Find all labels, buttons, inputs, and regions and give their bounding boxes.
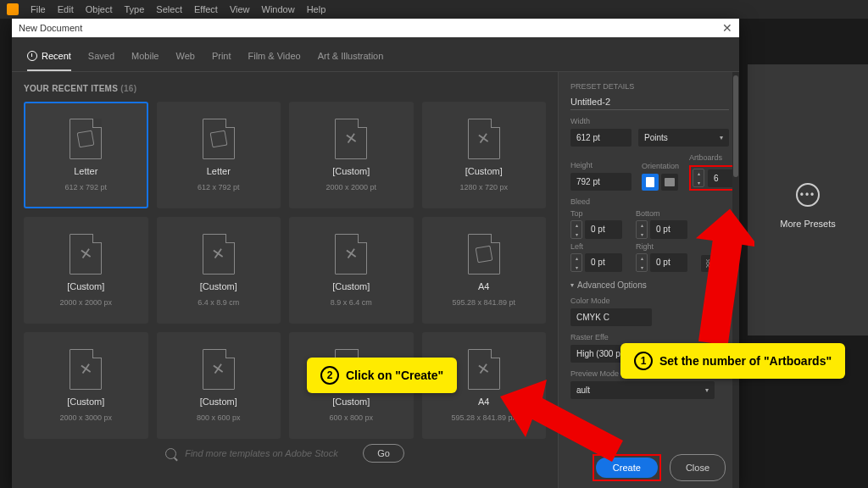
preset-thumb-icon bbox=[203, 119, 235, 159]
preset-dimensions: 600 x 800 px bbox=[329, 413, 373, 422]
artboards-stepper[interactable]: ▴▾ bbox=[693, 169, 704, 187]
preset-name: A4 bbox=[478, 396, 489, 407]
preset-name: [Custom] bbox=[67, 281, 104, 291]
app-menubar: File Edit Object Type Select Effect View… bbox=[0, 0, 868, 19]
svg-marker-3 bbox=[500, 380, 623, 462]
search-icon bbox=[165, 448, 176, 459]
orientation-portrait[interactable] bbox=[642, 174, 659, 191]
preset-thumb-icon: ✕ bbox=[468, 349, 500, 390]
preset-dimensions: 612 x 792 pt bbox=[198, 183, 240, 191]
new-document-dialog: New Document ✕ Recent Saved Mobile Web P… bbox=[12, 19, 739, 488]
bleed-right-stepper[interactable]: ▴▾ bbox=[636, 253, 648, 272]
tab-recent[interactable]: Recent bbox=[27, 46, 71, 71]
preset-dimensions: 595.28 x 841.89 pt bbox=[452, 298, 515, 307]
preset-item[interactable]: ✕ [Custom] 1280 x 720 px bbox=[422, 102, 547, 208]
preset-dimensions: 800 x 600 px bbox=[197, 413, 241, 422]
more-presets-icon[interactable]: ••• bbox=[796, 183, 820, 207]
annotation-1: 1Set the number of "Artboards" bbox=[620, 343, 845, 379]
svg-rect-1 bbox=[665, 178, 675, 186]
tab-film-video[interactable]: Film & Video bbox=[248, 46, 301, 71]
orientation-landscape[interactable] bbox=[661, 174, 678, 191]
tab-saved[interactable]: Saved bbox=[88, 46, 114, 71]
preset-item[interactable]: ✕ [Custom] 6.4 x 8.9 cm bbox=[157, 217, 281, 324]
preset-name: [Custom] bbox=[200, 396, 237, 407]
dialog-title: New Document bbox=[19, 23, 82, 33]
menu-item[interactable]: Object bbox=[86, 4, 113, 14]
height-label: Height bbox=[570, 161, 632, 169]
preset-name: A4 bbox=[478, 281, 489, 291]
arrow-1 bbox=[678, 208, 754, 347]
menu-item[interactable]: Help bbox=[307, 4, 326, 14]
preset-thumb-icon: ✕ bbox=[70, 234, 102, 274]
units-select[interactable]: Points▾ bbox=[638, 129, 729, 147]
menu-item[interactable]: Window bbox=[262, 4, 295, 14]
height-field[interactable]: 792 pt bbox=[570, 173, 632, 191]
go-button[interactable]: Go bbox=[363, 444, 404, 463]
document-name-field[interactable]: Untitled-2 bbox=[570, 94, 729, 110]
preset-name: [Custom] bbox=[200, 281, 237, 291]
tab-print[interactable]: Print bbox=[212, 46, 231, 71]
menu-item[interactable]: File bbox=[31, 4, 46, 14]
preset-item[interactable]: Letter 612 x 792 pt bbox=[24, 102, 148, 208]
tab-web[interactable]: Web bbox=[175, 46, 194, 71]
annotation-2: 2Click on "Create" bbox=[307, 358, 457, 393]
preset-name: Letter bbox=[74, 166, 97, 176]
preset-details-heading: PRESET DETAILS bbox=[570, 82, 729, 91]
menu-item[interactable]: Effect bbox=[194, 4, 218, 14]
tab-art-illustration[interactable]: Art & Illustration bbox=[318, 46, 384, 71]
preset-name: Letter bbox=[207, 166, 231, 176]
recent-heading: YOUR RECENT ITEMS (16) bbox=[24, 84, 546, 93]
preset-dimensions: 1280 x 720 px bbox=[459, 183, 508, 191]
preset-name: [Custom] bbox=[332, 166, 370, 176]
preset-item[interactable]: ✕ [Custom] 800 x 600 px bbox=[157, 332, 281, 439]
preset-dimensions: 2000 x 2000 px bbox=[59, 298, 112, 307]
menu-item[interactable]: Select bbox=[156, 4, 182, 14]
preset-item[interactable]: Letter 612 x 792 pt bbox=[157, 102, 281, 208]
menu-item[interactable]: View bbox=[230, 4, 250, 14]
preset-name: [Custom] bbox=[67, 396, 104, 407]
stock-search-input[interactable] bbox=[185, 448, 354, 458]
dialog-titlebar: New Document ✕ bbox=[12, 19, 739, 37]
preset-dimensions: 2000 x 2000 pt bbox=[326, 183, 376, 191]
preset-thumb-icon: ✕ bbox=[70, 349, 102, 390]
preset-thumb-icon: ✕ bbox=[335, 234, 367, 274]
bleed-top-field[interactable]: 0 pt bbox=[585, 220, 622, 239]
preset-thumb-icon: ✕ bbox=[203, 234, 235, 274]
orientation-label: Orientation bbox=[642, 162, 679, 170]
bleed-top-stepper[interactable]: ▴▾ bbox=[570, 220, 582, 239]
bleed-bottom-stepper[interactable]: ▴▾ bbox=[636, 220, 648, 239]
preset-item[interactable]: ✕ [Custom] 2000 x 2000 pt bbox=[289, 102, 414, 208]
preset-dimensions: 8.9 x 6.4 cm bbox=[331, 298, 372, 307]
preset-name: [Custom] bbox=[332, 281, 370, 291]
preset-dimensions: 2000 x 3000 px bbox=[59, 413, 112, 422]
scrollbar[interactable] bbox=[733, 75, 738, 177]
close-icon[interactable]: ✕ bbox=[722, 21, 732, 35]
preset-item[interactable]: ✕ [Custom] 8.9 x 6.4 cm bbox=[289, 217, 414, 324]
menu-item[interactable]: Type bbox=[125, 4, 145, 14]
more-presets-panel: ••• More Presets bbox=[748, 64, 868, 336]
close-button[interactable]: Close bbox=[670, 454, 726, 481]
preset-name: [Custom] bbox=[332, 396, 370, 407]
preset-dimensions: 6.4 x 8.9 cm bbox=[198, 298, 239, 307]
bleed-label: Bleed bbox=[570, 197, 729, 206]
preset-thumb-icon bbox=[468, 234, 500, 274]
bleed-left-stepper[interactable]: ▴▾ bbox=[570, 253, 582, 272]
more-presets-label: More Presets bbox=[780, 219, 835, 229]
preset-thumb-icon: ✕ bbox=[468, 119, 500, 159]
preset-item[interactable]: ✕ [Custom] 2000 x 3000 px bbox=[24, 332, 148, 439]
menu-item[interactable]: Edit bbox=[58, 4, 74, 14]
preset-thumb-icon: ✕ bbox=[335, 119, 367, 159]
tab-mobile[interactable]: Mobile bbox=[131, 46, 159, 71]
preset-thumb-icon: ✕ bbox=[203, 349, 235, 390]
width-field[interactable]: 612 pt bbox=[570, 129, 632, 147]
bleed-left-field[interactable]: 0 pt bbox=[585, 253, 622, 272]
ai-logo-icon bbox=[7, 3, 19, 15]
color-mode-select[interactable]: CMYK C bbox=[570, 308, 652, 326]
preset-name: [Custom] bbox=[465, 166, 503, 176]
preset-item[interactable]: ✕ [Custom] 2000 x 2000 px bbox=[24, 217, 148, 324]
svg-rect-0 bbox=[646, 177, 654, 187]
preset-dimensions: 612 x 792 pt bbox=[64, 183, 107, 191]
preset-item[interactable]: A4 595.28 x 841.89 pt bbox=[422, 217, 547, 324]
width-label: Width bbox=[570, 117, 729, 125]
clock-icon bbox=[27, 51, 37, 61]
